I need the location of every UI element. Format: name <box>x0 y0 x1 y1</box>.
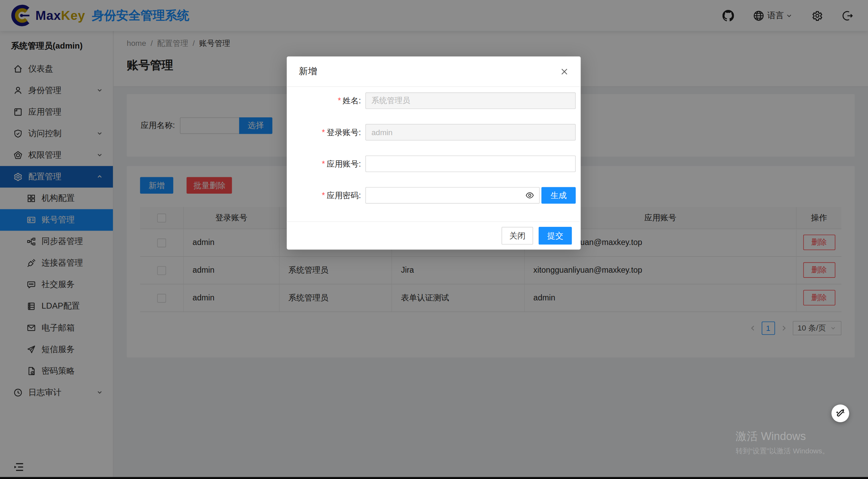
name-field[interactable] <box>365 92 576 109</box>
name-label: 姓名: <box>343 96 361 105</box>
modal-title: 新增 <box>299 65 317 78</box>
login-account-field[interactable] <box>365 124 576 141</box>
close-icon[interactable] <box>560 67 569 76</box>
magic-wand-fab[interactable] <box>831 404 849 422</box>
required-mark: * <box>322 191 325 199</box>
submit-button[interactable]: 提交 <box>539 227 572 245</box>
app-password-label: 应用密码: <box>327 191 361 199</box>
required-mark: * <box>322 159 325 168</box>
form-row-login: *登录账号: <box>287 124 576 141</box>
required-mark: * <box>338 96 341 105</box>
modal-header: 新增 <box>287 56 581 87</box>
close-button[interactable]: 关闭 <box>501 227 533 245</box>
eye-icon[interactable] <box>525 191 534 200</box>
login-label: 登录账号: <box>327 128 361 137</box>
app-account-label: 应用账号: <box>327 159 361 168</box>
add-account-modal: 新增 *姓名: *登录账号: *应用账号: *应用密码: <box>287 56 581 249</box>
app-stage: MaxKey 身份安全管理系统 语言 系统管理员(admin) <box>0 0 868 479</box>
modal-footer: 关闭 提交 <box>287 221 581 249</box>
required-mark: * <box>322 128 325 137</box>
modal-body: *姓名: *登录账号: *应用账号: *应用密码: 生成 <box>287 87 581 204</box>
app-password-field[interactable] <box>365 187 539 204</box>
form-row-app-password: *应用密码: 生成 <box>287 187 576 204</box>
form-row-app-account: *应用账号: <box>287 155 576 172</box>
app-account-field[interactable] <box>365 155 576 172</box>
magic-wand-icon <box>835 409 845 418</box>
generate-password-button[interactable]: 生成 <box>541 187 576 204</box>
form-row-name: *姓名: <box>287 92 576 109</box>
